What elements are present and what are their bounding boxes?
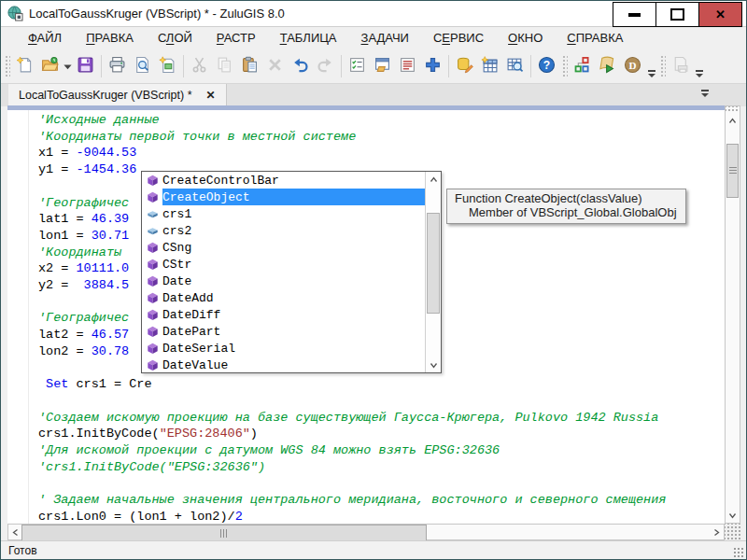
toolbar-overflow-icon[interactable] <box>645 51 657 81</box>
task-list-button[interactable] <box>345 53 370 79</box>
autocomplete-item-DateDiff[interactable]: DateDiff <box>142 306 425 323</box>
new-file-button[interactable] <box>12 53 37 79</box>
autocomplete-item-crs2[interactable]: crs2 <box>142 222 425 239</box>
maximize-button[interactable] <box>655 2 699 27</box>
title-bar: LocalToGaussKruger (VBScript) * - ZuluGI… <box>1 1 746 27</box>
menu-окно[interactable]: ОКНО <box>496 27 555 49</box>
autocomplete-item-DatePart[interactable]: DatePart <box>142 323 425 340</box>
code-line: 'Создаем искомую проекцию на базе сущест… <box>38 410 666 427</box>
svg-text:?: ? <box>543 58 550 71</box>
app-icon <box>7 6 23 21</box>
new-table-button[interactable] <box>477 53 502 79</box>
menu-сервис[interactable]: СЕРВИС <box>421 27 496 49</box>
scroll-right-button[interactable] <box>710 525 724 539</box>
code-line: 'Для искомой проекции с датумом WGS 84 м… <box>38 442 666 459</box>
menu-правка[interactable]: ПРАВКА <box>74 27 146 49</box>
autocomplete-scroll-up-button[interactable] <box>426 172 441 187</box>
code-line: crs1.Lon0 = (lon1 + lon2)/2 <box>38 509 666 524</box>
script-run-button[interactable] <box>595 53 620 79</box>
tooltip-signature: Function CreateObject(classValue) <box>455 191 677 205</box>
print-preview-icon <box>134 56 151 77</box>
autocomplete-item-DateValue[interactable]: DateValue <box>142 357 425 372</box>
legend-button[interactable] <box>395 53 420 79</box>
scroll-up-button[interactable] <box>726 113 740 128</box>
script-run-icon <box>599 56 616 77</box>
autocomplete-item-CStr[interactable]: CStr <box>142 256 425 273</box>
new-image-doc-icon <box>159 56 176 77</box>
open-folder-button[interactable] <box>37 53 63 79</box>
code-line: 'crs1.InitByCode("EPSG:32636") <box>38 459 666 476</box>
editor-horizontal-scrollbar[interactable] <box>7 524 725 540</box>
resize-grip[interactable] <box>733 547 745 559</box>
autocomplete-scroll-down-button[interactable] <box>426 357 441 372</box>
toolbar-overflow-icon[interactable] <box>693 51 705 81</box>
menu-справка[interactable]: СПРАВКА <box>555 27 635 49</box>
toolbar-separator <box>101 55 102 77</box>
maximize-icon <box>670 8 684 21</box>
panel-window-button[interactable] <box>370 53 395 79</box>
table-find-button[interactable] <box>502 53 528 79</box>
print-button[interactable] <box>105 53 130 79</box>
cut-button <box>187 53 212 79</box>
blocks-icon <box>573 56 591 77</box>
d-coin-button[interactable]: D <box>620 53 645 79</box>
toolbar-grip[interactable] <box>659 54 666 78</box>
paste-icon <box>241 56 259 77</box>
toolbar-grip[interactable] <box>4 54 10 78</box>
autocomplete-scrollbar[interactable] <box>425 172 441 372</box>
status-bar: Готов <box>1 540 746 560</box>
scroll-left-button[interactable] <box>8 525 22 539</box>
tab-localtogausskruger[interactable]: LocalToGaussKruger (VBScript) * ✕ <box>8 84 227 106</box>
code-line <box>38 475 666 492</box>
save-button[interactable] <box>73 53 98 79</box>
scroll-down-button[interactable] <box>726 508 740 523</box>
autocomplete-item-DateAdd[interactable]: DateAdd <box>142 289 425 306</box>
d-coin-icon: D <box>624 56 641 77</box>
editor-selection-margin <box>7 110 29 524</box>
tabbar-overflow-icon[interactable] <box>701 90 709 97</box>
autocomplete-item-CreateControlBar[interactable]: CreateControlBar <box>142 172 425 189</box>
menu-файл[interactable]: ФАЙЛ <box>16 27 74 49</box>
menu-задачи[interactable]: ЗАДАЧИ <box>349 27 421 49</box>
print-preview-button[interactable] <box>130 53 155 79</box>
tab-label: LocalToGaussKruger (VBScript) * <box>19 89 192 102</box>
editor-vertical-scrollbar[interactable] <box>725 105 740 524</box>
help-button[interactable]: ? <box>534 53 559 79</box>
open-folder-icon <box>41 56 59 77</box>
navigator-button[interactable] <box>420 53 445 79</box>
autocomplete-item-DateSerial[interactable]: DateSerial <box>142 340 425 357</box>
intellisense-tooltip: Function CreateObject(classValue) Member… <box>446 189 686 224</box>
undo-button[interactable] <box>288 53 313 79</box>
tab-close-icon[interactable]: ✕ <box>206 90 216 101</box>
paste-button[interactable] <box>237 53 262 79</box>
toolbar-grip[interactable] <box>561 54 568 78</box>
method-icon <box>142 191 162 203</box>
undo-icon <box>291 56 309 77</box>
cut-icon <box>190 56 208 77</box>
autocomplete-item-Date[interactable]: Date <box>142 273 425 289</box>
db-edit-button[interactable] <box>452 53 477 79</box>
close-button[interactable]: ✕ <box>698 2 742 27</box>
toolbar-separator <box>183 55 184 77</box>
toolbar-separator <box>341 55 342 77</box>
minimize-button[interactable] <box>613 2 656 27</box>
autocomplete-item-CreateObject[interactable]: CreateObject <box>142 189 425 205</box>
method-icon <box>142 242 162 254</box>
method-icon <box>142 326 162 338</box>
vertical-scroll-thumb[interactable] <box>726 144 739 198</box>
menu-растр[interactable]: РАСТР <box>204 27 268 49</box>
new-image-doc-button[interactable] <box>155 53 180 79</box>
autocomplete-item-CSng[interactable]: CSng <box>142 239 425 256</box>
open-folder-dropdown-caret[interactable] <box>63 53 73 79</box>
autocomplete-item-crs1[interactable]: crs1 <box>142 205 425 222</box>
delete-icon <box>266 56 284 77</box>
help-icon: ? <box>538 56 556 77</box>
print-icon <box>108 56 126 77</box>
menu-слой[interactable]: СЛОЙ <box>146 27 204 49</box>
autocomplete-scroll-thumb[interactable] <box>427 213 440 314</box>
menu-таблица[interactable]: ТАБЛИЦА <box>268 27 349 49</box>
blocks-button[interactable] <box>570 53 595 79</box>
toolbar-separator <box>448 55 449 77</box>
horizontal-scroll-thumb[interactable] <box>21 525 427 541</box>
toolbar: ?D <box>1 49 746 83</box>
